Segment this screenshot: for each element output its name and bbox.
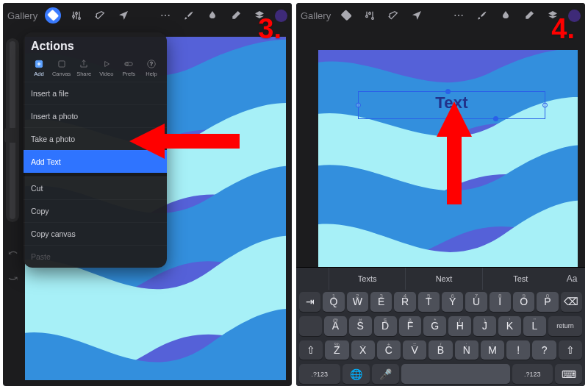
key-f[interactable]: &F [399, 316, 422, 336]
svg-point-10 [126, 63, 129, 65]
key-o[interactable]: 9O [513, 292, 534, 312]
smudge-icon[interactable] [204, 7, 220, 24]
selection-icon[interactable] [385, 7, 401, 24]
suggestion-1[interactable]: Texts [329, 268, 405, 290]
move-icon[interactable] [115, 7, 132, 24]
key-🌐[interactable]: 🌐 [343, 364, 370, 384]
row-cut[interactable]: Cut [24, 176, 167, 199]
font-style-aa[interactable]: Aa [559, 268, 585, 290]
eraser-icon[interactable] [521, 7, 537, 24]
key-z[interactable]: %Z [325, 340, 348, 360]
key-v[interactable]: =V [403, 340, 426, 360]
top-toolbar-4: Gallery [296, 3, 585, 28]
more-icon[interactable] [451, 7, 467, 24]
side-rail-modify[interactable] [4, 128, 19, 143]
row-copy[interactable]: Copy [24, 199, 167, 222]
row-insert-file[interactable]: Insert a file [24, 82, 167, 104]
key-⇧[interactable]: ⇧ [559, 340, 582, 360]
key-⇥[interactable]: ⇥ [299, 292, 320, 312]
handle-right[interactable] [542, 103, 548, 108]
key-e[interactable]: 3E [370, 292, 392, 312]
side-rail-undoredo: ⤺ ⤻ [6, 246, 19, 285]
key-y[interactable]: 6Y [442, 292, 463, 312]
svg-point-17 [458, 15, 459, 16]
key-⌨[interactable]: ⌨ [555, 364, 582, 384]
key-r[interactable]: 4R [394, 292, 415, 312]
key-i[interactable]: 8I [490, 292, 511, 312]
key-c[interactable]: +C [377, 340, 401, 360]
step-3-panel: 3. Gallery ⤺ ⤻ [3, 3, 292, 386]
kbd-row-4: .?123🌐🎤 .?123⌨ [296, 362, 585, 386]
key-blank[interactable] [299, 316, 322, 336]
suggestion-left-slot[interactable] [296, 268, 329, 290]
move-icon[interactable] [409, 7, 425, 24]
brush-icon[interactable] [474, 7, 490, 24]
key- [interactable] [401, 364, 510, 384]
svg-text:?: ? [150, 61, 153, 66]
row-paste[interactable]: Paste [24, 245, 167, 268]
tutorial-arrow-left [129, 121, 240, 165]
eraser-icon[interactable] [228, 7, 244, 24]
key-w[interactable]: 2W [347, 292, 368, 312]
smudge-icon[interactable] [498, 7, 514, 24]
key-.?123[interactable]: .?123 [299, 364, 340, 384]
caret-top[interactable] [445, 89, 451, 94]
key-l[interactable]: "L [523, 316, 546, 336]
key-?[interactable]: .? [532, 340, 556, 360]
key-b[interactable]: /B [429, 340, 452, 360]
tutorial-arrow-up [434, 101, 475, 207]
key-m[interactable]: :M [481, 340, 504, 360]
brush-icon[interactable] [181, 7, 197, 24]
key-d[interactable]: $D [374, 316, 397, 336]
key-q[interactable]: 1Q [323, 292, 344, 312]
more-icon[interactable] [157, 7, 173, 24]
key-🎤[interactable]: 🎤 [372, 364, 399, 384]
caret-bottom[interactable] [493, 116, 498, 121]
key-g[interactable]: *G [423, 316, 446, 336]
adjust-icon[interactable] [68, 7, 85, 24]
suggestion-bar: Texts Next Test Aa [296, 268, 585, 290]
key-n[interactable]: ; N [455, 340, 478, 360]
key-⇧[interactable]: ⇧ [299, 340, 323, 360]
gallery-button[interactable]: Gallery [301, 10, 331, 21]
kbd-row-2: @A#S$D&F*G(H)J'K"Lreturn [296, 314, 585, 338]
key-s[interactable]: #S [349, 316, 372, 336]
tab-canvas[interactable]: Canvas [51, 59, 73, 77]
key-k[interactable]: 'K [498, 316, 521, 336]
key-h[interactable]: (H [448, 316, 471, 336]
key-return[interactable]: return [548, 316, 582, 336]
popover-title: Actions [24, 32, 167, 59]
svg-point-18 [462, 15, 463, 16]
key-a[interactable]: @A [324, 316, 347, 336]
key-j[interactable]: )J [473, 316, 496, 336]
suggestion-3[interactable]: Test [482, 268, 559, 290]
undo-icon[interactable]: ⤺ [8, 246, 18, 260]
kbd-row-1: ⇥1Q2W3E4R5T6Y7U8I9O0P⌫ [296, 290, 585, 314]
step-number-3: 3. [258, 13, 282, 45]
onscreen-keyboard: Texts Next Test Aa ⇥1Q2W3E4R5T6Y7U8I9O0P… [296, 267, 585, 386]
tab-help[interactable]: ?Help [140, 59, 162, 77]
selection-icon[interactable] [92, 7, 108, 24]
key-t[interactable]: 5T [418, 292, 440, 312]
redo-icon[interactable]: ⤻ [8, 271, 18, 285]
suggestion-2[interactable]: Next [405, 268, 481, 290]
adjust-icon[interactable] [362, 7, 378, 24]
actions-icon[interactable] [338, 7, 354, 24]
row-copy-canvas[interactable]: Copy canvas [24, 222, 167, 245]
key-p[interactable]: 0P [537, 292, 558, 312]
tab-prefs[interactable]: Prefs [118, 59, 140, 77]
step-4-panel: 4. Gallery Tex [296, 3, 585, 386]
handle-left[interactable] [356, 103, 361, 108]
key-.?123[interactable]: .?123 [512, 364, 553, 384]
gallery-button[interactable]: Gallery [7, 10, 37, 21]
svg-point-16 [454, 15, 456, 16]
key-![interactable]: ,! [506, 340, 530, 360]
key-u[interactable]: 7U [465, 292, 487, 312]
svg-point-0 [73, 15, 75, 18]
tab-share[interactable]: Share [73, 59, 95, 77]
key-x[interactable]: -X [351, 340, 375, 360]
tab-video[interactable]: Video [96, 59, 118, 77]
key-⌫[interactable]: ⌫ [561, 292, 582, 312]
tab-add[interactable]: Add [28, 59, 50, 77]
actions-icon[interactable] [45, 7, 61, 24]
